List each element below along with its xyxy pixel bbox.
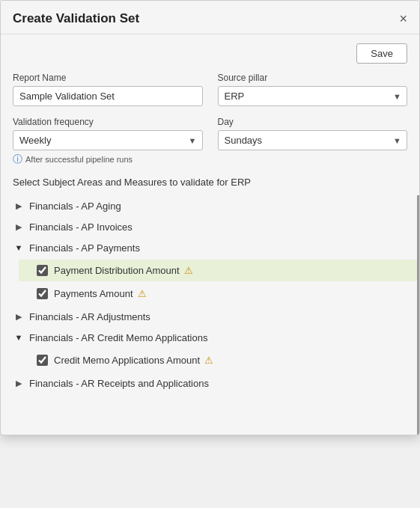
- hint-row: ⓘ After successful pipeline runs: [13, 153, 203, 166]
- warning-icon-payment-dist: ⚠: [184, 265, 193, 276]
- expand-icon[interactable]: ▶: [13, 310, 25, 322]
- source-pillar-select[interactable]: ERP: [218, 86, 408, 106]
- warning-icon-payments-amount: ⚠: [138, 288, 147, 299]
- hint-text: After successful pipeline runs: [25, 155, 133, 164]
- checkbox-payment-dist[interactable]: [37, 265, 48, 276]
- close-button[interactable]: ×: [399, 12, 407, 25]
- day-label: Day: [218, 117, 408, 127]
- validation-frequency-select[interactable]: Weekly: [13, 130, 203, 150]
- tree-item-ap-payments[interactable]: ▼Financials - AP Payments: [13, 237, 405, 258]
- tree-item-label-ap-invoices: Financials - AP Invoices: [29, 221, 133, 233]
- dialog-header: Create Validation Set ×: [1, 1, 419, 34]
- validation-frequency-label: Validation frequency: [13, 117, 203, 127]
- dialog-title: Create Validation Set: [13, 11, 139, 26]
- day-select-wrapper: Sundays ▼: [218, 130, 408, 150]
- source-pillar-group: Source pillar ERP ▼: [218, 73, 408, 106]
- tree-leaf-payments-amount: Payments Amount⚠: [31, 283, 405, 305]
- validation-frequency-group: Validation frequency Weekly ▼ ⓘ After su…: [13, 117, 203, 166]
- day-select[interactable]: Sundays: [218, 130, 408, 150]
- dialog-body: Save Report Name Source pillar ERP ▼ Val…: [1, 34, 419, 435]
- source-pillar-label: Source pillar: [218, 73, 408, 83]
- tree-item-ap-invoices[interactable]: ▶Financials - AP Invoices: [13, 216, 405, 237]
- tree-item-ar-adjustments[interactable]: ▶Financials - AR Adjustments: [13, 306, 405, 327]
- tree-item-label-ap-aging: Financials - AP Aging: [29, 201, 121, 212]
- report-name-group: Report Name: [13, 73, 203, 106]
- subject-areas-label: Select Subject Areas and Measures to val…: [13, 177, 407, 188]
- collapse-icon[interactable]: ▼: [13, 331, 25, 343]
- create-validation-dialog: Create Validation Set × Save Report Name…: [0, 0, 420, 435]
- validation-frequency-select-wrapper: Weekly ▼: [13, 130, 203, 150]
- tree-item-label-ar-adjustments: Financials - AR Adjustments: [29, 311, 150, 322]
- day-group: Day Sundays ▼: [218, 117, 408, 166]
- tree-item-label-ap-payments: Financials - AP Payments: [29, 242, 140, 254]
- tree-children-ap-payments: Payment Distribution Amount⚠Payments Amo…: [31, 260, 405, 305]
- tree-leaf-credit-memo-amount: Credit Memo Applications Amount⚠: [31, 349, 405, 371]
- tree-container[interactable]: ▶Financials - AP Aging▶Financials - AP I…: [1, 195, 419, 435]
- warning-icon-credit-memo-amount: ⚠: [204, 355, 213, 366]
- tree-item-ar-credit-memo[interactable]: ▼Financials - AR Credit Memo Application…: [13, 327, 405, 348]
- tree-item-label-ar-credit-memo: Financials - AR Credit Memo Applications: [29, 332, 207, 343]
- expand-icon[interactable]: ▶: [13, 221, 25, 233]
- report-name-input[interactable]: [13, 86, 203, 106]
- form-row-1: Report Name Source pillar ERP ▼: [13, 73, 407, 106]
- checkbox-credit-memo-amount[interactable]: [37, 355, 48, 366]
- leaf-label-payments-amount: Payments Amount: [54, 288, 133, 299]
- info-icon: ⓘ: [13, 153, 22, 166]
- tree-children-ar-credit-memo: Credit Memo Applications Amount⚠: [31, 349, 405, 371]
- expand-icon[interactable]: ▶: [13, 200, 25, 212]
- tree-item-label-ar-receipts: Financials - AR Receipts and Application…: [29, 378, 209, 389]
- save-button[interactable]: Save: [356, 43, 407, 64]
- checkbox-payments-amount[interactable]: [37, 288, 48, 299]
- expand-icon[interactable]: ▶: [13, 377, 25, 389]
- leaf-label-credit-memo-amount: Credit Memo Applications Amount: [54, 355, 200, 366]
- save-row: Save: [13, 43, 407, 64]
- tree-item-ap-aging[interactable]: ▶Financials - AP Aging: [13, 195, 405, 216]
- tree-leaf-payment-dist: Payment Distribution Amount⚠: [19, 260, 417, 281]
- collapse-icon[interactable]: ▼: [13, 242, 25, 254]
- report-name-label: Report Name: [13, 73, 203, 83]
- tree-item-ar-receipts[interactable]: ▶Financials - AR Receipts and Applicatio…: [13, 373, 405, 394]
- source-pillar-select-wrapper: ERP ▼: [218, 86, 408, 106]
- form-row-2: Validation frequency Weekly ▼ ⓘ After su…: [13, 117, 407, 166]
- leaf-label-payment-dist: Payment Distribution Amount: [54, 265, 180, 276]
